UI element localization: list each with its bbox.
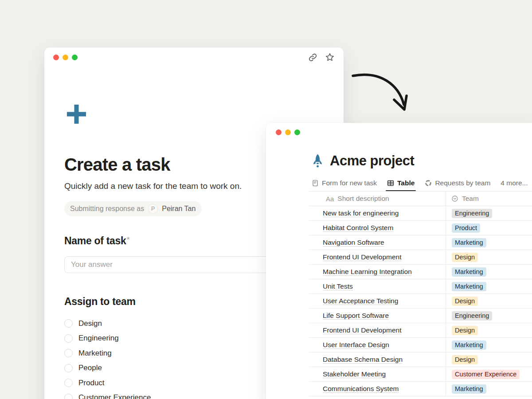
submitter-name: Peiran Tan — [162, 205, 196, 213]
database-table: Aa Short description Team New task for e… — [309, 191, 532, 396]
form-icon — [312, 180, 319, 187]
cell-team[interactable]: Design — [446, 352, 532, 367]
team-tag: Design — [452, 355, 478, 364]
close-button[interactable] — [53, 55, 59, 60]
table-row[interactable]: Navigation SoftwareMarketing — [309, 235, 532, 250]
radio-button[interactable] — [64, 364, 73, 372]
cell-team[interactable]: Marketing — [446, 279, 532, 293]
cell-team[interactable]: Product — [446, 221, 532, 235]
team-tag: Customer Experience — [452, 370, 520, 379]
radio-button[interactable] — [64, 394, 73, 399]
cell-team[interactable]: Marketing — [446, 338, 532, 352]
cell-short-description[interactable]: Life Support Software — [309, 309, 446, 323]
table-row[interactable]: Unit TestsMarketing — [309, 279, 532, 294]
page-title: Acme project — [330, 153, 414, 169]
task-title: Stakeholder Meeting — [323, 370, 386, 378]
cell-short-description[interactable]: Habitat Control System — [309, 221, 446, 235]
task-title: Machine Learning Integration — [323, 268, 412, 276]
option-label: Marketing — [78, 349, 112, 358]
radio-button[interactable] — [64, 349, 73, 357]
table-row[interactable]: New task for engineeringEngineering — [309, 206, 532, 221]
cell-team[interactable]: Marketing — [446, 265, 532, 279]
table-icon — [387, 180, 394, 187]
minimize-button[interactable] — [285, 129, 291, 135]
tab-form-for-new-task[interactable]: Form for new task — [312, 176, 377, 190]
option-label: Engineering — [78, 334, 119, 343]
team-tag: Design — [452, 297, 478, 306]
cell-team[interactable]: Marketing — [446, 235, 532, 250]
form-window-titlebar — [44, 47, 344, 67]
cell-short-description[interactable]: New task for engineering — [309, 206, 446, 220]
submitting-as-label: Submitting response as — [70, 205, 144, 213]
zoom-button[interactable] — [294, 129, 300, 135]
cell-team[interactable]: Design — [446, 294, 532, 308]
task-title: Database Schema Design — [323, 356, 403, 364]
column-header-team[interactable]: Team — [446, 192, 532, 206]
team-tag: Engineering — [452, 311, 492, 321]
tab-table[interactable]: Table — [387, 176, 415, 190]
radio-button[interactable] — [64, 334, 73, 343]
cell-short-description[interactable]: Communications System — [309, 382, 446, 396]
cell-short-description[interactable]: User Interface Design — [309, 338, 446, 352]
team-tag: Product — [452, 223, 480, 233]
minimize-button[interactable] — [63, 55, 68, 60]
team-tag: Engineering — [452, 209, 492, 218]
table-row[interactable]: Machine Learning IntegrationMarketing — [309, 265, 532, 279]
zoom-button[interactable] — [72, 55, 78, 60]
cell-team[interactable]: Engineering — [446, 206, 532, 220]
team-tag: Design — [452, 253, 478, 262]
cell-short-description[interactable]: Navigation Software — [309, 235, 446, 250]
cell-short-description[interactable]: Frontend UI Development — [309, 250, 446, 264]
task-title: Frontend UI Development — [323, 326, 401, 334]
close-button[interactable] — [276, 129, 282, 135]
text-type-icon: Aa — [326, 195, 334, 203]
table-row[interactable]: Frontend UI DevelopmentDesign — [309, 323, 532, 338]
task-title: Life Support Software — [323, 312, 389, 320]
task-title: Frontend UI Development — [323, 253, 401, 261]
cell-short-description[interactable]: Stakeholder Meeting — [309, 367, 446, 381]
team-tag: Marketing — [452, 282, 486, 291]
table-row[interactable]: Database Schema DesignDesign — [309, 352, 532, 367]
table-body: New task for engineeringEngineeringHabit… — [309, 206, 532, 396]
window-controls — [276, 129, 300, 135]
task-title: User Acceptance Testing — [323, 297, 398, 305]
column-header-short-description[interactable]: Aa Short description — [309, 195, 446, 203]
table-row[interactable]: Frontend UI DevelopmentDesign — [309, 250, 532, 265]
acme-project-window: Acme project Form for new task Table Req… — [266, 123, 532, 399]
submitting-as-badge: Submitting response as P Peiran Tan — [64, 201, 202, 216]
cell-team[interactable]: Design — [446, 323, 532, 337]
copy-link-icon[interactable] — [308, 53, 317, 62]
avatar: P — [148, 204, 158, 214]
task-title: Communications System — [323, 385, 399, 393]
option-label: People — [78, 364, 102, 372]
cell-short-description[interactable]: Machine Learning Integration — [309, 265, 446, 279]
option-label: Design — [78, 319, 102, 328]
cell-short-description[interactable]: Unit Tests — [309, 279, 446, 293]
team-tag: Marketing — [452, 340, 486, 350]
task-title: Habitat Control System — [323, 224, 393, 232]
table-row[interactable]: Communications SystemMarketing — [309, 382, 532, 396]
task-title: User Interface Design — [323, 341, 389, 349]
cell-short-description[interactable]: Database Schema Design — [309, 352, 446, 367]
team-tag: Marketing — [452, 384, 486, 394]
favorite-star-icon[interactable] — [325, 52, 335, 62]
tab-more-views[interactable]: 4 more... — [501, 176, 528, 190]
cell-team[interactable]: Marketing — [446, 382, 532, 396]
radio-button[interactable] — [64, 379, 73, 387]
cell-short-description[interactable]: User Acceptance Testing — [309, 294, 446, 308]
radio-button[interactable] — [64, 319, 73, 328]
table-row[interactable]: User Acceptance TestingDesign — [309, 294, 532, 309]
team-tag: Design — [452, 326, 478, 335]
cell-team[interactable]: Design — [446, 250, 532, 264]
table-row[interactable]: Stakeholder MeetingCustomer Experience — [309, 367, 532, 382]
table-row[interactable]: User Interface DesignMarketing — [309, 338, 532, 352]
table-window-titlebar — [266, 123, 532, 141]
table-row[interactable]: Habitat Control SystemProduct — [309, 221, 532, 235]
table-row[interactable]: Life Support SoftwareEngineering — [309, 309, 532, 323]
required-asterisk: * — [127, 235, 130, 244]
option-label: Customer Experience — [78, 393, 151, 399]
cell-short-description[interactable]: Frontend UI Development — [309, 323, 446, 337]
cell-team[interactable]: Engineering — [446, 309, 532, 323]
cell-team[interactable]: Customer Experience — [446, 367, 532, 381]
tab-requests-by-team[interactable]: Requests by team — [425, 176, 490, 190]
